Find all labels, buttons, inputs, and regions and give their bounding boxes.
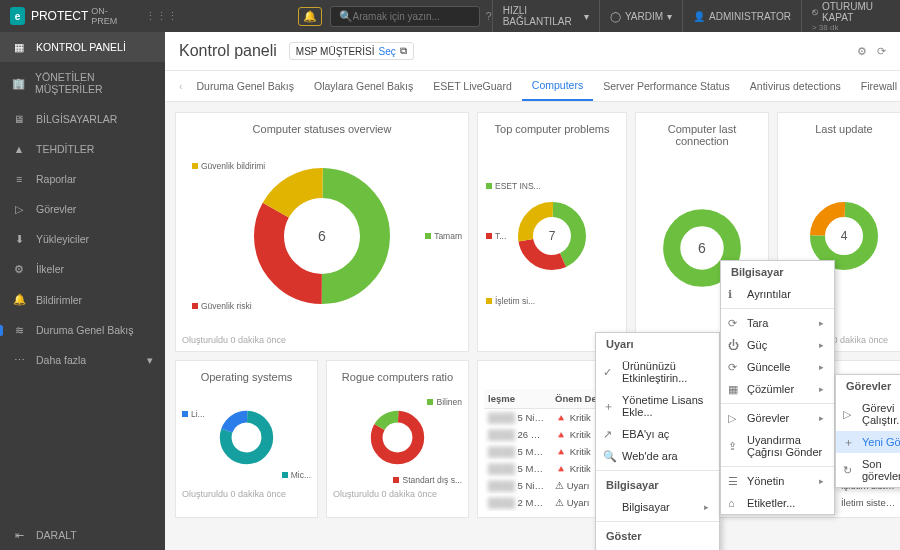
- menu-icon: ℹ: [728, 288, 732, 301]
- menu-icon: ⇪: [728, 440, 737, 453]
- help-menu[interactable]: ◯YARDIM▾: [599, 0, 682, 32]
- sidebar-item-clients[interactable]: 🏢YÖNETİLEN MÜŞTERİLER: [0, 62, 165, 104]
- sidebar-item-label: Daha fazla: [36, 354, 86, 366]
- ctx-item[interactable]: ⟳Tara▸: [721, 312, 834, 334]
- sidebar-item-reports[interactable]: ≡Raporlar: [0, 164, 165, 194]
- ctx-item[interactable]: ⏻Güç▸: [721, 334, 834, 356]
- quick-links[interactable]: HIZLI BAĞLANTILAR▾: [492, 0, 599, 32]
- tab-computers[interactable]: Computers: [522, 71, 593, 101]
- sidebar-item-label: Duruma Genel Bakış: [36, 324, 133, 336]
- sidebar-item-tasks[interactable]: ▷Görevler: [0, 194, 165, 224]
- svg-point-10: [226, 416, 268, 458]
- ctx-label: Son görevler: [862, 458, 900, 482]
- sidebar-item-threats[interactable]: ▲TEHDİTLER: [0, 134, 165, 164]
- sidebar-item-dashboard[interactable]: ▦KONTROL PANELİ: [0, 32, 165, 62]
- chevron-down-icon: ▾: [584, 11, 589, 22]
- ctx-label: Uyandırma Çağrısı Gönder: [747, 434, 824, 458]
- donut-total: 7: [549, 229, 556, 243]
- bell-icon[interactable]: 🔔: [298, 7, 322, 26]
- sidebar: ▦KONTROL PANELİ 🏢YÖNETİLEN MÜŞTERİLER 🖥B…: [0, 32, 165, 550]
- ctx-label: EBA'yı aç: [622, 428, 669, 440]
- ctx-item[interactable]: ▦Çözümler▸: [721, 378, 834, 400]
- sidebar-collapse[interactable]: ⇤DARALT: [0, 520, 165, 550]
- sidebar-item-notifications[interactable]: 🔔Bildirimler: [0, 284, 165, 315]
- logout-button[interactable]: ⎋OTURUMU KAPAT > 38 dk: [801, 0, 900, 32]
- ctx-item[interactable]: ☰Yönetin▸: [721, 470, 834, 492]
- admin-menu[interactable]: 👤ADMINISTRATOR: [682, 0, 801, 32]
- tab-av[interactable]: Antivirus detections: [740, 72, 851, 100]
- menu-icon: ▦: [728, 383, 738, 396]
- logo[interactable]: e PROTECT ON-PREM: [0, 6, 137, 26]
- ctx-item[interactable]: ↻Son görevler▸: [836, 453, 900, 487]
- chevron-right-icon: ▸: [819, 476, 824, 486]
- tab-fw[interactable]: Firewall detections: [851, 72, 900, 100]
- ctx-item-websearch[interactable]: 🔍Web'de ara: [596, 445, 719, 467]
- context-menu-computer: Bilgisayar ℹAyrıntılar⟳Tara▸⏻Güç▸⟳Güncel…: [720, 260, 835, 515]
- card-title: Top computer problems: [484, 119, 620, 141]
- card-footer: Oluşturuldu 0 dakika önce: [182, 331, 462, 345]
- refresh-icon[interactable]: ⟳: [877, 45, 886, 58]
- ctx-label: Tara: [747, 317, 768, 329]
- ctx-item-eba[interactable]: ↗EBA'yı aç: [596, 423, 719, 445]
- ctx-item[interactable]: ⌂Etiketler...: [721, 492, 834, 514]
- ctx-item-activate[interactable]: ✓Ürününüzü Etkinleştirin...: [596, 355, 719, 389]
- tab-incidents[interactable]: Olaylara Genel Bakış: [304, 72, 423, 100]
- scroll-left-icon[interactable]: ‹: [179, 80, 187, 92]
- chevron-right-icon: ▸: [819, 384, 824, 394]
- sidebar-item-status[interactable]: 12≋Duruma Genel Bakış: [0, 315, 165, 345]
- ctx-label: Güç: [747, 339, 767, 351]
- legend-label: Güvenlik riski: [201, 301, 252, 311]
- search-box[interactable]: 🔍: [330, 6, 480, 27]
- card-os[interactable]: Operating systems Li... Mic... Oluşturul…: [175, 360, 318, 518]
- ctx-item-license[interactable]: ＋Yönetime Lisans Ekle...: [596, 389, 719, 423]
- monitor-icon: 🖥: [12, 113, 26, 125]
- ctx-item[interactable]: ▷Görevi Çalıştır...: [836, 397, 900, 431]
- ctx-item[interactable]: ⟳Güncelle▸: [721, 356, 834, 378]
- sidebar-item-computers[interactable]: 🖥BİLGİSAYARLAR: [0, 104, 165, 134]
- status-icon: ≋: [12, 324, 26, 336]
- app-grid-icon[interactable]: ⋮⋮⋮: [145, 10, 178, 23]
- building-icon: 🏢: [12, 77, 25, 90]
- admin-label: ADMINISTRATOR: [709, 11, 791, 22]
- logout-label: OTURUMU KAPAT: [822, 1, 890, 23]
- tab-server[interactable]: Server Performance Status: [593, 72, 740, 100]
- sidebar-item-label: Yükleyiciler: [36, 233, 89, 245]
- tab-status[interactable]: Duruma Genel Bakış: [187, 72, 304, 100]
- ctx-item[interactable]: ⇪Uyandırma Çağrısı Gönder: [721, 429, 834, 463]
- search-input[interactable]: [353, 11, 471, 22]
- logout-sub: > 38 dk: [812, 23, 838, 32]
- context-menu-tasks: Görevler ▷Görevi Çalıştır...＋Yeni Görev.…: [835, 374, 900, 488]
- ctx-label: Güncelle: [747, 361, 790, 373]
- grid-icon: ▦: [12, 41, 26, 53]
- brand-suffix: ON-PREM: [91, 6, 126, 26]
- msp-badge[interactable]: MSP MÜŞTERİSİ Seç ⧉: [289, 42, 414, 60]
- topbar: e PROTECT ON-PREM ⋮⋮⋮ 🔔 🔍 ? HIZLI BAĞLAN…: [0, 0, 900, 32]
- card-title: Computer statuses overview: [182, 119, 462, 141]
- sidebar-item-more[interactable]: 1⋯Daha fazla▾: [0, 345, 165, 375]
- gear-icon[interactable]: ⚙: [857, 45, 867, 58]
- ctx-item[interactable]: ▷Görevler▸: [721, 407, 834, 429]
- col-name[interactable]: leşme: [484, 389, 551, 409]
- card-problems[interactable]: Top computer problems 7 ESET INS... T...…: [477, 112, 627, 352]
- sidebar-item-policies[interactable]: ⚙İlkeler: [0, 254, 165, 284]
- card-footer: Oluşturuldu 0 dakika önce: [182, 485, 311, 499]
- card-rogue[interactable]: Rogue computers ratio Bilinen Standart d…: [326, 360, 469, 518]
- legend-label: ESET INS...: [495, 181, 541, 191]
- msp-select-link[interactable]: Seç: [379, 46, 396, 57]
- tab-liveguard[interactable]: ESET LiveGuard: [423, 72, 522, 100]
- ctx-label: Ayrıntılar: [747, 288, 791, 300]
- card-footer: Oluşturuldu 0 dakika önce: [333, 485, 462, 499]
- ctx-item[interactable]: ℹAyrıntılar: [721, 283, 834, 305]
- legend-label: Tamam: [434, 231, 462, 241]
- chart-icon: ≡: [12, 173, 26, 185]
- search-icon: 🔍: [603, 450, 617, 463]
- card-statuses[interactable]: Computer statuses overview 6 Güvenlik bi…: [175, 112, 469, 352]
- donut-total: 6: [698, 240, 706, 256]
- check-icon: ✓: [603, 366, 612, 379]
- sidebar-item-label: KONTROL PANELİ: [36, 41, 126, 53]
- ctx-item[interactable]: ＋Yeni Görev...: [836, 431, 900, 453]
- sidebar-collapse-label: DARALT: [36, 529, 77, 541]
- sidebar-item-installers[interactable]: ⬇Yükleyiciler: [0, 224, 165, 254]
- ctx-item-computer[interactable]: Bilgisayar▸: [596, 496, 719, 518]
- card-title: Last update: [784, 119, 900, 141]
